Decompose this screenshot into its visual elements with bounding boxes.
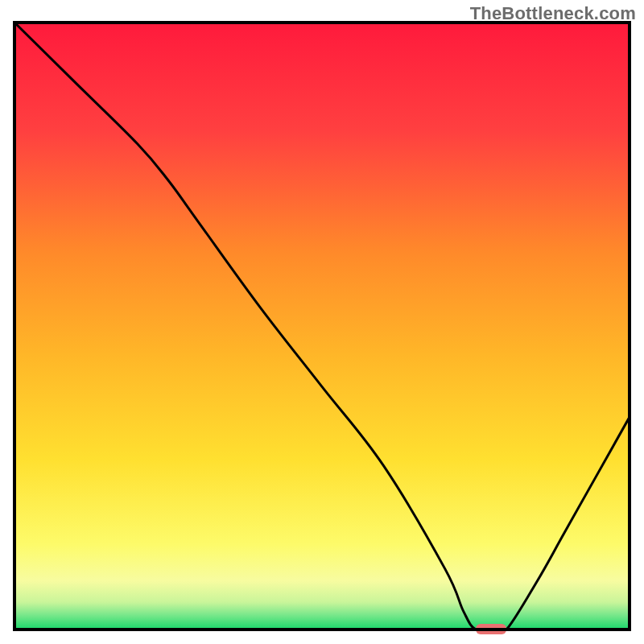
chart-stage: TheBottleneck.com xyxy=(0,0,644,644)
bottleneck-chart-svg xyxy=(0,0,644,644)
